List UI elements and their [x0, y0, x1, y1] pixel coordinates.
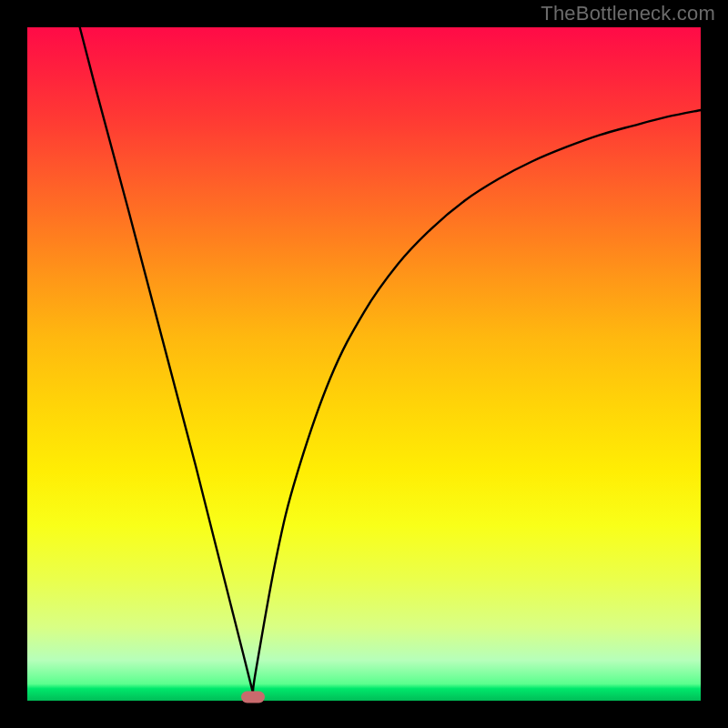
- chart-container: TheBottleneck.com: [0, 0, 728, 728]
- plot-area: [27, 27, 701, 701]
- watermark-label: TheBottleneck.com: [541, 2, 715, 25]
- bottleneck-curve: [27, 27, 701, 701]
- optimal-marker: [241, 692, 265, 703]
